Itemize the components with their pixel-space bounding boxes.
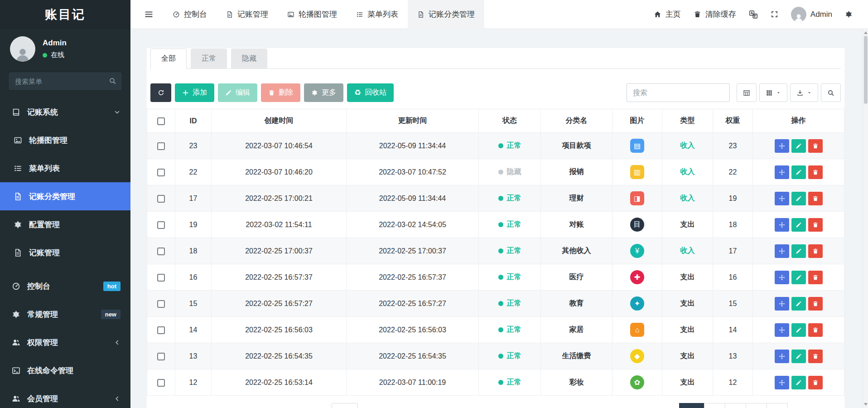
table-icon [743, 89, 750, 97]
toggle-search-button[interactable] [737, 83, 757, 102]
sidebar-item-bookkeeping[interactable]: 记账管理 [0, 238, 130, 267]
advanced-search-button[interactable] [821, 83, 841, 102]
row-checkbox[interactable] [157, 300, 165, 308]
tab-carousel[interactable]: 轮播图管理 [278, 0, 347, 29]
page-button[interactable] [704, 403, 725, 408]
header-status[interactable]: 状态 [479, 109, 541, 133]
delete-row-button[interactable] [808, 218, 823, 232]
move-row-button[interactable] [775, 376, 789, 389]
row-checkbox[interactable] [157, 274, 165, 282]
delete-row-button[interactable] [808, 192, 823, 205]
edit-row-button[interactable] [791, 376, 806, 389]
language-button[interactable] [743, 0, 764, 29]
scrollbar-track[interactable] [863, 29, 868, 408]
scrollbar-up-arrow[interactable] [864, 31, 868, 34]
edit-button[interactable]: 编辑 [218, 83, 257, 102]
delete-row-button[interactable] [808, 271, 823, 284]
home-button[interactable]: 主页 [647, 0, 687, 29]
edit-row-button[interactable] [791, 192, 806, 205]
filter-tab-normal[interactable]: 正常 [191, 49, 227, 69]
move-row-button[interactable] [775, 139, 789, 153]
header-category-name[interactable]: 分类名 [541, 109, 612, 133]
delete-row-button[interactable] [808, 297, 823, 311]
select-all-checkbox[interactable] [157, 117, 165, 125]
row-checkbox[interactable] [157, 326, 165, 334]
move-row-button[interactable] [775, 271, 789, 284]
delete-row-button[interactable] [808, 376, 823, 389]
export-button[interactable] [790, 83, 818, 102]
row-checkbox[interactable] [157, 195, 165, 203]
sidebar-item-dashboard[interactable]: 控制台 hot [0, 272, 130, 300]
delete-row-button[interactable] [808, 350, 823, 363]
header-updated-time[interactable]: 更新时间 [347, 109, 479, 133]
settings-button[interactable] [839, 0, 859, 29]
move-row-button[interactable] [775, 323, 789, 337]
cell-created-time: 2022-03-02 11:54:11 [212, 212, 347, 238]
move-row-button[interactable] [775, 165, 789, 179]
sidebar-item-member[interactable]: 会员管理 [0, 384, 130, 408]
edit-row-button[interactable] [791, 323, 806, 337]
row-checkbox[interactable] [157, 379, 165, 387]
header-weight[interactable]: 权重 [713, 109, 753, 133]
move-row-button[interactable] [775, 192, 789, 205]
menu-search-input[interactable] [8, 72, 122, 91]
delete-button[interactable]: 删除 [261, 83, 300, 102]
sidebar-item-bookkeeping-category[interactable]: 记账分类管理 [0, 182, 130, 210]
fullscreen-button[interactable] [764, 0, 785, 29]
sidebar-item-accounting-system[interactable]: 记账系统 [0, 98, 130, 126]
user-menu[interactable]: Admin [785, 0, 839, 29]
row-checkbox[interactable] [157, 221, 165, 229]
page-button[interactable] [746, 403, 767, 408]
more-button[interactable]: 更多 [304, 83, 343, 102]
sidebar-item-carousel[interactable]: 轮播图管理 [0, 126, 130, 154]
scrollbar-down-arrow[interactable] [864, 403, 868, 406]
table-search-input[interactable] [627, 83, 730, 102]
filter-tab-all[interactable]: 全部 [150, 49, 187, 69]
move-row-button[interactable] [775, 244, 789, 258]
edit-row-button[interactable] [791, 218, 806, 232]
move-row-button[interactable] [775, 297, 789, 311]
clear-cache-button[interactable]: 清除缓存 [687, 0, 743, 29]
delete-row-button[interactable] [808, 323, 823, 337]
edit-row-button[interactable] [791, 165, 806, 179]
app-brand[interactable]: 账目记 [0, 0, 130, 29]
add-button[interactable]: 添加 [175, 83, 214, 102]
edit-row-button[interactable] [791, 139, 806, 153]
delete-row-button[interactable] [808, 139, 823, 153]
row-checkbox[interactable] [157, 169, 165, 176]
edit-row-button[interactable] [791, 271, 806, 284]
row-checkbox[interactable] [157, 248, 165, 255]
move-row-button[interactable] [775, 218, 789, 232]
scrollbar-thumb[interactable] [864, 36, 868, 104]
delete-row-button[interactable] [808, 244, 823, 258]
header-type[interactable]: 类型 [662, 109, 713, 133]
header-created-time[interactable]: 创建时间 [212, 109, 347, 133]
edit-row-button[interactable] [791, 350, 806, 363]
columns-button[interactable] [759, 83, 787, 102]
row-checkbox[interactable] [157, 353, 165, 360]
edit-row-button[interactable] [791, 244, 806, 258]
sidebar-item-config[interactable]: 配置管理 [0, 210, 130, 238]
edit-row-button[interactable] [791, 297, 806, 311]
move-row-button[interactable] [775, 350, 789, 363]
sidebar-item-online-command[interactable]: 在线命令管理 [0, 356, 130, 384]
tab-bookkeeping[interactable]: 记账管理 [217, 0, 278, 29]
recycle-bin-button[interactable]: ♻回收站 [347, 83, 394, 102]
sidebar-toggle-button[interactable] [137, 0, 160, 29]
refresh-button[interactable] [150, 83, 171, 102]
tab-bookkeeping-category[interactable]: 记账分类管理 [408, 0, 484, 29]
page-button[interactable] [725, 403, 746, 408]
sidebar-item-general[interactable]: 常规管理 new [0, 300, 130, 328]
tab-dashboard[interactable]: 控制台 [163, 0, 217, 29]
row-checkbox[interactable] [157, 142, 165, 150]
delete-row-button[interactable] [808, 165, 823, 179]
header-image[interactable]: 图片 [612, 109, 662, 133]
page-button[interactable] [767, 403, 788, 408]
filter-tab-hidden[interactable]: 隐藏 [231, 49, 267, 69]
per-page-dropdown[interactable] [332, 403, 358, 408]
tab-menu-list[interactable]: 菜单列表 [347, 0, 408, 29]
header-id[interactable]: ID [175, 109, 212, 133]
sidebar-item-auth[interactable]: 权限管理 [0, 328, 130, 356]
page-button-active[interactable] [679, 403, 704, 408]
sidebar-item-menu-list[interactable]: 菜单列表 [0, 154, 130, 182]
